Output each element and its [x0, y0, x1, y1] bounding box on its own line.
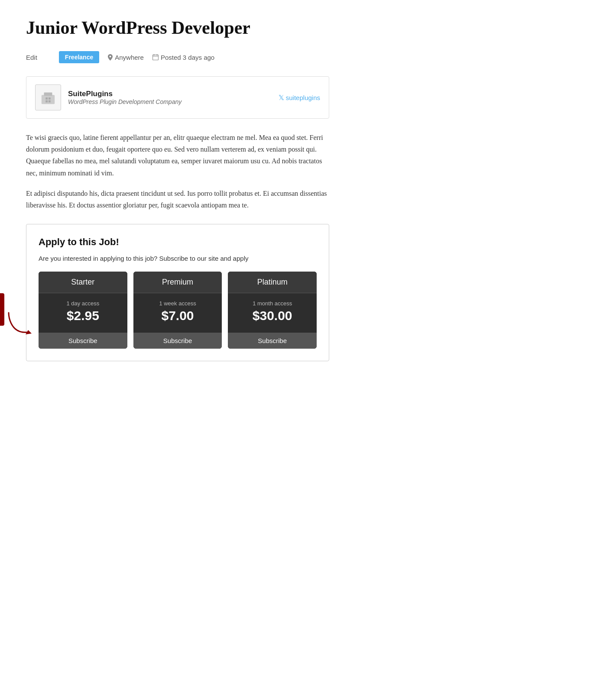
subscribe-button-premium[interactable]: Subscribe	[133, 333, 222, 349]
callout-label: Custom HTML/Shortcode section for users …	[0, 293, 4, 326]
company-logo-icon	[40, 89, 56, 106]
company-logo	[35, 84, 61, 110]
svg-rect-8	[45, 100, 48, 103]
pin-icon	[108, 54, 113, 61]
svg-rect-7	[49, 97, 51, 100]
plan-access-starter: 1 day access	[43, 300, 123, 307]
svg-rect-6	[45, 97, 48, 100]
posted-date: Posted 3 days ago	[152, 54, 214, 61]
svg-rect-5	[44, 93, 52, 96]
svg-rect-4	[42, 95, 55, 104]
location-meta: Anywhere	[108, 54, 144, 61]
plan-header-premium: Premium	[133, 272, 222, 293]
plan-header-platinum: Platinum	[228, 272, 317, 293]
company-tagline: WordPress Plugin Development Company	[68, 98, 279, 105]
plan-card-starter: Starter 1 day access $2.95 Subscribe	[39, 272, 127, 349]
twitter-link[interactable]: 𝕏 suiteplugins	[279, 94, 320, 102]
plan-price-premium: $7.00	[138, 308, 218, 323]
job-description-p1: Te wisi graecis quo, latine fierent appe…	[26, 132, 329, 179]
plan-body-premium: 1 week access $7.00	[133, 293, 222, 333]
plan-access-premium: 1 week access	[138, 300, 218, 307]
svg-rect-0	[152, 55, 158, 60]
job-description-p2: Et adipisci disputando his, dicta praese…	[26, 188, 329, 211]
twitter-icon: 𝕏	[279, 94, 284, 102]
meta-row: Edit Freelance Anywhere Posted 3 days ag…	[26, 51, 590, 63]
plan-card-premium: Premium 1 week access $7.00 Subscribe	[133, 272, 222, 349]
plan-price-platinum: $30.00	[232, 308, 312, 323]
posted-text: Posted 3 days ago	[161, 54, 214, 61]
apply-description: Are you interested in applying to this j…	[39, 254, 317, 264]
job-type-badge: Freelance	[59, 51, 99, 63]
company-name: SuitePlugins	[68, 90, 279, 98]
company-info: SuitePlugins WordPress Plugin Developmen…	[68, 90, 279, 105]
plan-body-platinum: 1 month access $30.00	[228, 293, 317, 333]
twitter-handle: suiteplugins	[286, 94, 320, 101]
company-card: SuitePlugins WordPress Plugin Developmen…	[26, 76, 329, 119]
plan-card-platinum: Platinum 1 month access $30.00 Subscribe	[228, 272, 317, 349]
apply-title: Apply to this Job!	[39, 236, 317, 248]
plan-price-starter: $2.95	[43, 308, 123, 323]
plans-row: Starter 1 day access $2.95 Subscribe Pre…	[39, 272, 317, 349]
location-text: Anywhere	[115, 54, 144, 61]
svg-rect-9	[49, 100, 51, 103]
page-title: Junior WordPress Developer	[26, 17, 590, 38]
edit-link[interactable]: Edit	[26, 54, 37, 61]
calendar-icon	[152, 54, 159, 60]
subscribe-button-platinum[interactable]: Subscribe	[228, 333, 317, 349]
plan-header-starter: Starter	[39, 272, 127, 293]
apply-section: Apply to this Job! Are you interested in…	[26, 224, 329, 361]
callout-arrow	[6, 308, 32, 343]
apply-callout-container: Custom HTML/Shortcode section for users …	[26, 224, 590, 361]
plan-access-platinum: 1 month access	[232, 300, 312, 307]
plan-body-starter: 1 day access $2.95	[39, 293, 127, 333]
subscribe-button-starter[interactable]: Subscribe	[39, 333, 127, 349]
